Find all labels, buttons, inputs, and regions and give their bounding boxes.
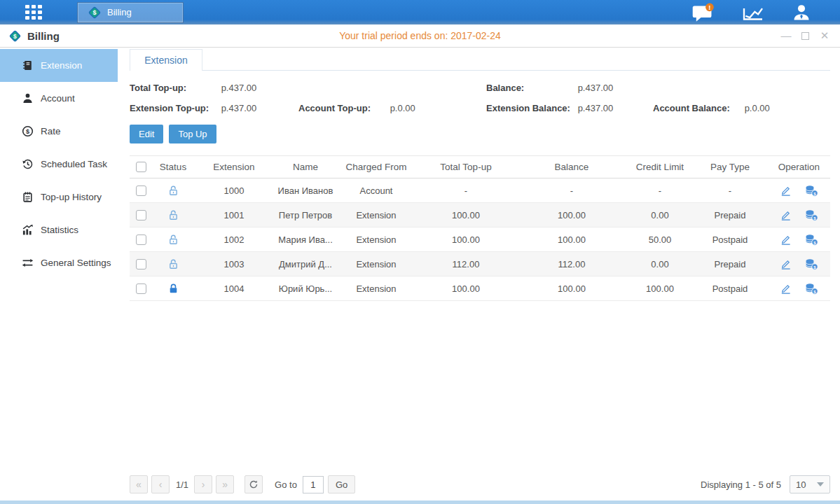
extension-book-icon bbox=[22, 59, 34, 71]
svg-text:$: $ bbox=[92, 9, 96, 16]
cell-balance: 100.00 bbox=[516, 276, 628, 301]
col-charged-from: Charged From bbox=[336, 156, 416, 178]
sidebar-item-rate[interactable]: $ Rate bbox=[0, 115, 118, 148]
next-page-button[interactable]: › bbox=[194, 475, 212, 493]
billing-diamond-icon: $ bbox=[88, 6, 102, 20]
col-extension: Extension bbox=[193, 156, 275, 178]
statistics-chart-icon bbox=[22, 224, 34, 236]
cell-charged-from: Extension bbox=[336, 276, 416, 301]
topup-coins-icon[interactable]: $ bbox=[805, 185, 818, 197]
sidebar-item-label: General Settings bbox=[41, 258, 111, 268]
cell-credit-limit: 0.00 bbox=[628, 252, 692, 276]
row-checkbox[interactable] bbox=[136, 210, 146, 220]
sidebar-item-label: Scheduled Task bbox=[41, 159, 107, 169]
cell-pay-type: Postpaid bbox=[692, 227, 768, 252]
apps-grid-icon[interactable] bbox=[25, 5, 48, 20]
page-indicator: 1/1 bbox=[176, 479, 188, 490]
pagination-bar: « ‹ 1/1 › » Go to Go Displaying 1 - 5 of… bbox=[130, 471, 830, 500]
last-page-button[interactable]: » bbox=[216, 475, 234, 493]
sidebar-item-general-settings[interactable]: General Settings bbox=[0, 246, 118, 279]
close-button[interactable]: ✕ bbox=[819, 30, 830, 41]
extension-balance-label: Extension Balance: bbox=[486, 103, 575, 113]
row-checkbox[interactable] bbox=[136, 234, 146, 245]
cell-credit-limit: 100.00 bbox=[628, 276, 692, 301]
sidebar-item-label: Extension bbox=[41, 60, 82, 71]
select-all-checkbox[interactable] bbox=[136, 162, 146, 172]
status-icon bbox=[167, 184, 179, 195]
refresh-icon[interactable] bbox=[245, 475, 263, 493]
col-operation: Operation bbox=[768, 156, 830, 178]
table-row: 1004 Юрий Юрь... Extension 100.00 100.00… bbox=[130, 276, 830, 301]
sidebar-item-label: Statistics bbox=[41, 225, 78, 235]
extension-topup-value: p.437.00 bbox=[221, 103, 257, 113]
cell-extension: 1003 bbox=[193, 252, 275, 276]
scheduled-task-clock-icon bbox=[22, 158, 34, 170]
cell-total-topup: - bbox=[416, 178, 516, 203]
statistics-icon[interactable] bbox=[742, 4, 764, 22]
extension-topup: Extension Top-up: p.437.00 bbox=[130, 103, 298, 113]
account-topup: Account Top-up: p.0.00 bbox=[298, 103, 486, 113]
extension-balance-value: p.437.00 bbox=[578, 103, 614, 113]
cell-balance: 112.00 bbox=[516, 252, 628, 276]
first-page-button[interactable]: « bbox=[130, 475, 148, 493]
col-status: Status bbox=[153, 156, 193, 178]
balance-label: Balance: bbox=[486, 83, 575, 93]
edit-pencil-icon[interactable] bbox=[780, 234, 792, 246]
sidebar-item-statistics[interactable]: Statistics bbox=[0, 214, 118, 246]
rate-dollar-icon: $ bbox=[22, 125, 34, 137]
minimize-button[interactable]: — bbox=[780, 30, 792, 41]
svg-text:$: $ bbox=[13, 32, 17, 39]
total-topup-label: Total Top-up: bbox=[130, 83, 219, 93]
cell-credit-limit: 50.00 bbox=[628, 227, 692, 252]
account-topup-label: Account Top-up: bbox=[298, 103, 387, 113]
cell-charged-from: Account bbox=[336, 178, 416, 203]
account-balance-value: p.0.00 bbox=[745, 103, 770, 113]
balance: Balance: p.437.00 bbox=[486, 83, 653, 93]
account-balance: Account Balance: p.0.00 bbox=[653, 103, 830, 113]
goto-label: Go to bbox=[275, 479, 297, 490]
cell-balance: 100.00 bbox=[516, 227, 628, 252]
edit-button[interactable]: Edit bbox=[130, 125, 163, 144]
cell-credit-limit: 0.00 bbox=[628, 203, 692, 227]
sidebar-item-account[interactable]: Account bbox=[0, 82, 118, 115]
topup-coins-icon[interactable]: $ bbox=[805, 258, 818, 270]
topup-coins-icon[interactable]: $ bbox=[805, 209, 818, 221]
total-topup-value: p.437.00 bbox=[221, 83, 257, 93]
messages-icon[interactable]: ! bbox=[691, 3, 715, 22]
sidebar-item-extension[interactable]: Extension bbox=[0, 49, 118, 82]
cell-pay-type: - bbox=[692, 178, 768, 203]
sidebar-item-scheduled-task[interactable]: Scheduled Task bbox=[0, 148, 118, 181]
cell-name: Петр Петров bbox=[275, 203, 336, 227]
top-up-button[interactable]: Top Up bbox=[169, 125, 216, 144]
sidebar: Extension Account $ Rate Scheduled Task … bbox=[0, 48, 118, 500]
row-checkbox[interactable] bbox=[136, 284, 146, 294]
go-button[interactable]: Go bbox=[328, 475, 355, 493]
cell-pay-type: Postpaid bbox=[692, 276, 768, 301]
status-icon bbox=[167, 209, 179, 219]
col-total-topup: Total Top-up bbox=[416, 156, 516, 178]
page-size-select[interactable]: 10 bbox=[790, 475, 830, 493]
maximize-button[interactable] bbox=[801, 32, 809, 40]
sidebar-item-topup-history[interactable]: Top-up History bbox=[0, 181, 118, 214]
edit-pencil-icon[interactable] bbox=[780, 258, 792, 270]
topup-coins-icon[interactable]: $ bbox=[805, 234, 818, 246]
chevron-down-icon bbox=[817, 482, 824, 486]
tab-extension[interactable]: Extension bbox=[130, 49, 202, 71]
account-topup-value: p.0.00 bbox=[390, 103, 415, 113]
billing-diamond-icon: $ bbox=[8, 29, 22, 43]
topup-coins-icon[interactable]: $ bbox=[805, 283, 818, 295]
edit-pencil-icon[interactable] bbox=[780, 185, 792, 197]
edit-pencil-icon[interactable] bbox=[780, 209, 792, 221]
goto-page-input[interactable] bbox=[303, 476, 324, 493]
cell-name: Юрий Юрь... bbox=[275, 276, 336, 301]
taskbar-item-billing[interactable]: $ Billing bbox=[77, 2, 184, 23]
prev-page-button[interactable]: ‹ bbox=[151, 475, 170, 493]
row-checkbox[interactable] bbox=[136, 186, 146, 196]
tab-strip: Extension bbox=[130, 49, 830, 71]
row-checkbox[interactable] bbox=[136, 259, 146, 270]
edit-pencil-icon[interactable] bbox=[780, 283, 792, 295]
account-person-icon bbox=[22, 92, 34, 104]
main-content: Extension Total Top-up: p.437.00 Balance… bbox=[118, 48, 840, 500]
col-credit-limit: Credit Limit bbox=[628, 156, 692, 178]
user-icon[interactable] bbox=[791, 3, 812, 22]
